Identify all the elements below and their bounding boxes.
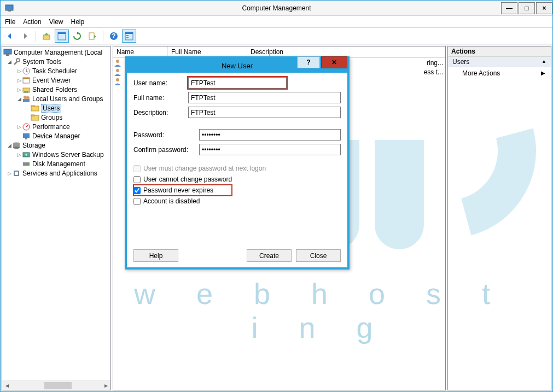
disabled-checkbox[interactable] — [133, 198, 141, 205]
scroll-left-icon[interactable]: ◂ — [2, 382, 11, 390]
create-button[interactable]: Create — [247, 249, 292, 262]
tree-services-apps-label: Services and Applications — [22, 169, 97, 177]
window-buttons: — □ × — [500, 2, 552, 14]
svg-rect-17 — [23, 78, 30, 79]
user-icon — [113, 77, 122, 86]
svg-rect-1 — [8, 10, 11, 11]
svg-rect-0 — [5, 5, 13, 10]
back-button[interactable] — [3, 30, 17, 43]
never-checkbox[interactable] — [133, 187, 141, 194]
svg-rect-27 — [31, 115, 34, 116]
tree-wsbackup[interactable]: ▷ Windows Server Backup — [2, 150, 110, 159]
close-button[interactable]: Close — [296, 249, 341, 262]
svg-rect-30 — [24, 134, 29, 137]
cannot-label: User cannot change password — [143, 175, 232, 183]
actions-section[interactable]: Users ▲ — [448, 57, 551, 67]
forward-button[interactable] — [18, 30, 32, 43]
svg-rect-12 — [4, 49, 11, 54]
description-input[interactable] — [188, 107, 341, 118]
fullname-input[interactable] — [188, 92, 341, 103]
user-icon — [113, 58, 122, 67]
tree-services-apps[interactable]: ▷ Services and Applications — [2, 168, 110, 178]
dialog-help-button[interactable]: ? — [297, 56, 320, 68]
tree-storage[interactable]: ◢ Storage — [2, 141, 110, 150]
svg-rect-39 — [15, 172, 18, 175]
collapse-icon[interactable]: ◢ — [16, 96, 22, 102]
chevron-right-icon: ▶ — [541, 70, 545, 76]
tree-groups[interactable]: Groups — [2, 113, 110, 122]
confirm-input[interactable] — [199, 144, 341, 155]
label-confirm: Confirm password: — [133, 146, 199, 154]
backup-icon — [22, 150, 31, 159]
export-button[interactable] — [85, 30, 100, 43]
menu-action[interactable]: Action — [23, 18, 41, 26]
menu-view[interactable]: View — [49, 18, 63, 26]
collapse-icon[interactable]: ◢ — [7, 143, 12, 148]
expand-icon[interactable]: ▷ — [16, 68, 22, 74]
show-hide-tree-button[interactable] — [55, 30, 69, 43]
password-input[interactable] — [199, 129, 341, 141]
expand-icon[interactable]: ▷ — [16, 78, 22, 83]
svg-point-14 — [16, 58, 20, 62]
folder-icon — [31, 113, 39, 122]
computer-icon — [3, 48, 12, 57]
tree-hscroll[interactable]: ◂ ▸ — [2, 381, 110, 390]
expand-icon[interactable]: ▷ — [16, 87, 22, 92]
refresh-button[interactable] — [70, 30, 84, 43]
col-description[interactable]: Description — [247, 46, 445, 57]
tree-disk-mgmt[interactable]: Disk Management — [2, 159, 110, 168]
check-disabled[interactable]: Account is disabled — [133, 196, 341, 207]
minimize-button[interactable]: — — [501, 2, 517, 14]
check-cannot[interactable]: User cannot change password — [133, 174, 341, 185]
row-description: Description: — [133, 107, 341, 118]
tree-groups-label: Groups — [41, 114, 62, 121]
expand-icon[interactable]: ▷ — [7, 171, 12, 176]
svg-rect-10 — [126, 35, 129, 36]
tree-device-mgr[interactable]: Device Manager — [2, 131, 110, 141]
username-input[interactable] — [188, 77, 287, 89]
tree-system-tools[interactable]: ◢ System Tools — [2, 57, 110, 66]
maximize-button[interactable]: □ — [519, 2, 535, 14]
dialog-title: New User — [222, 62, 253, 70]
cannot-checkbox[interactable] — [133, 176, 141, 183]
up-button[interactable] — [39, 30, 54, 43]
col-fullname[interactable]: Full Name — [168, 46, 247, 57]
svg-point-19 — [24, 91, 26, 93]
svg-rect-23 — [23, 99, 30, 102]
actions-more[interactable]: More Actions ▶ — [448, 67, 551, 79]
tree-root-label: Computer Management (Local — [14, 49, 102, 56]
expand-icon[interactable]: ▷ — [16, 152, 22, 157]
tree-root[interactable]: Computer Management (Local — [2, 48, 110, 57]
scroll-right-icon[interactable]: ▸ — [101, 382, 110, 390]
mustchange-checkbox — [133, 165, 141, 172]
help-button[interactable]: ? — [107, 30, 121, 43]
menu-file[interactable]: File — [5, 18, 15, 26]
treeview[interactable]: Computer Management (Local ◢ System Tool… — [2, 46, 110, 179]
svg-rect-9 — [125, 32, 133, 34]
dialog-close-button[interactable]: ✕ — [321, 56, 347, 68]
actions-header: Actions — [448, 46, 551, 57]
tree-users[interactable]: Users — [2, 103, 110, 113]
actions-more-label: More Actions — [462, 69, 500, 77]
close-window-button[interactable]: × — [536, 2, 552, 14]
help-button[interactable]: Help — [133, 249, 178, 262]
expand-icon[interactable]: ▷ — [16, 124, 22, 130]
menu-help[interactable]: Help — [71, 18, 85, 26]
properties-button[interactable] — [122, 30, 136, 43]
tree-performance[interactable]: ▷ Performance — [2, 122, 110, 131]
scroll-thumb[interactable] — [44, 382, 72, 389]
tree-local-users[interactable]: ◢ Local Users and Groups — [2, 94, 110, 103]
performance-icon — [22, 122, 31, 131]
tree-event-viewer[interactable]: ▷ Event Viewer — [2, 75, 110, 85]
svg-text:?: ? — [112, 32, 115, 40]
label-password: Password: — [133, 131, 199, 139]
collapse-icon[interactable]: ◢ — [7, 59, 12, 65]
svg-point-21 — [24, 96, 27, 99]
tree-shared-folders[interactable]: ▷ Shared Folders — [2, 85, 110, 94]
svg-rect-18 — [23, 88, 30, 92]
col-name[interactable]: Name — [113, 46, 168, 57]
check-never[interactable]: Password never expires — [133, 185, 232, 196]
toolbar: ? — [1, 28, 552, 44]
collapse-icon[interactable]: ▲ — [542, 58, 546, 64]
tree-task-sched[interactable]: ▷ Task Scheduler — [2, 66, 110, 75]
